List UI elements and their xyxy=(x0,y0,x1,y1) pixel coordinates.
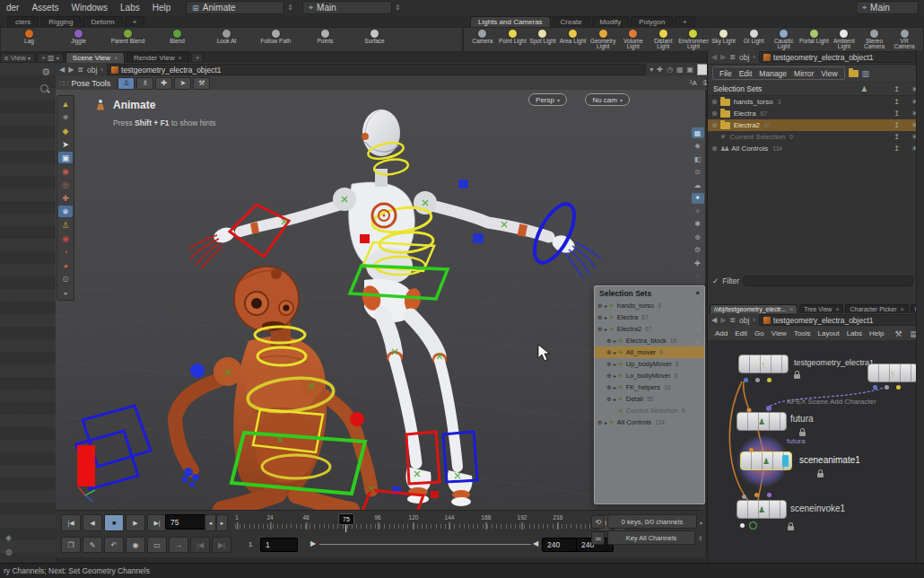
shelf-tool[interactable]: Points xyxy=(301,30,350,50)
viewport-display-icon[interactable]: ✚ xyxy=(692,258,704,268)
shelf-tab[interactable]: cters xyxy=(7,16,39,27)
shelf-tool[interactable]: VR Camera xyxy=(889,30,920,50)
menu-item[interactable]: der xyxy=(0,3,25,13)
back-icon[interactable]: ◀ xyxy=(59,66,65,74)
update-icon[interactable]: ↥ xyxy=(893,144,900,153)
playbar-icon-button[interactable]: ▭ xyxy=(147,537,167,553)
selection-set-row[interactable]: ⊕ ▸ ✳ Electra2 67 xyxy=(595,323,704,335)
add-icon[interactable]: ✚ xyxy=(657,66,663,74)
shelf-tool[interactable]: Area Light xyxy=(558,30,588,50)
update-icon[interactable]: ↥ xyxy=(893,133,900,141)
selection-set-row[interactable]: ⊕ ▸ ✳ Detail 55 xyxy=(595,393,704,405)
search-icon[interactable] xyxy=(40,84,48,92)
viewport-tool-icon[interactable]: ✳ xyxy=(58,111,73,123)
menu-item[interactable]: Windows xyxy=(65,3,114,13)
breadcrumb-root[interactable]: obj xyxy=(739,53,749,62)
viewport-tool-icon[interactable]: ✚ xyxy=(58,192,73,204)
shelf-tool[interactable]: Volume Light xyxy=(618,30,649,50)
shelf-tool[interactable]: Parent Blend xyxy=(103,30,153,50)
playhead[interactable]: 75 xyxy=(338,513,354,532)
menu-item[interactable]: Assets xyxy=(25,3,65,13)
drag-handle-icon[interactable]: ∷∷ xyxy=(59,79,67,88)
pin-icon[interactable]: ◈ xyxy=(5,533,12,542)
pane-tab-partial[interactable]: e View ▾ xyxy=(0,53,35,63)
pin-icon[interactable]: ⌖ xyxy=(693,288,702,298)
plus-circle-icon[interactable]: ⊕ xyxy=(606,384,612,391)
menu-item[interactable]: Help xyxy=(866,329,887,337)
wrench-icon[interactable]: ⚒ xyxy=(891,329,905,338)
menu-item[interactable]: Help xyxy=(146,3,178,13)
expand-triangle-icon[interactable]: ▸ xyxy=(614,361,616,367)
playbar-icon-button[interactable]: ✎ xyxy=(83,537,102,553)
keys-info[interactable]: 0 keys, 0/0 channels xyxy=(607,514,697,529)
shelf-tool[interactable]: Portal Light xyxy=(799,30,830,50)
playbar-icon-button[interactable]: ❐ xyxy=(61,537,81,553)
shelf-tool[interactable]: Look At xyxy=(202,30,251,50)
node-testgeometry-electra1[interactable]: ↑ xyxy=(738,355,789,373)
expand-triangle-icon[interactable]: ▸ xyxy=(605,326,607,332)
floating-panel-header[interactable]: Selection Sets ⌖ xyxy=(595,286,704,300)
node-flag-dot[interactable] xyxy=(755,378,760,382)
shelf-tool[interactable]: Geometry Light xyxy=(588,30,618,50)
menu-item[interactable]: View xyxy=(817,69,841,78)
viewer-switcher[interactable]: ⌖ Main xyxy=(302,1,392,14)
parameters-pane[interactable]: ⚙ ◈ ◍ xyxy=(0,63,57,564)
posebar-icon[interactable]: ¹A xyxy=(690,79,697,87)
shelf-tool[interactable]: Lag xyxy=(4,30,54,50)
scoped-channels-icon[interactable]: ⟲ xyxy=(591,515,605,529)
node-sceneinvoke1[interactable]: ♟ xyxy=(737,500,787,519)
shelf-tab[interactable]: Polygon xyxy=(631,16,673,27)
breadcrumb-root[interactable]: obj xyxy=(87,66,97,74)
shelf-tab[interactable]: Modify xyxy=(592,16,630,27)
shelf-tool[interactable]: Sky Light xyxy=(709,30,739,50)
camera-menu[interactable]: No cam▾ xyxy=(585,93,630,106)
network-tree-icon[interactable]: ≣ xyxy=(729,316,736,324)
menu-item[interactable]: Edit xyxy=(731,329,751,337)
pose-tool-button[interactable]: ✚ xyxy=(155,77,172,90)
range-start-field[interactable]: 1 xyxy=(260,538,298,552)
shelf-tab[interactable]: Rigging xyxy=(40,16,81,27)
chevron-down-icon[interactable]: ▾ xyxy=(649,66,653,74)
projection-menu[interactable]: Persp▾ xyxy=(528,93,567,106)
back-icon[interactable]: ◀ xyxy=(711,53,717,61)
person-icon[interactable]: ♟ xyxy=(861,85,867,93)
range-end-field[interactable]: 240 xyxy=(542,538,580,552)
expand-triangle-icon[interactable]: ▸ xyxy=(614,349,616,355)
range-slider-handle-left[interactable]: ▶ xyxy=(310,539,316,547)
viewport-tool-icon[interactable]: ⊙ xyxy=(58,273,73,285)
node-flag-dot[interactable] xyxy=(885,385,889,390)
menu-item[interactable]: Layout xyxy=(815,329,843,337)
shelf-tool[interactable]: Camera xyxy=(467,30,498,50)
node-path-field[interactable]: testgeometry_electra_object1 xyxy=(759,51,921,63)
collapse-icon[interactable]: ▴ xyxy=(700,519,702,525)
plus-circle-icon[interactable]: ⊕ xyxy=(597,302,603,310)
plus-circle-icon[interactable]: ⊕ xyxy=(711,121,718,129)
node-label[interactable]: sceneinvoke1 xyxy=(790,504,845,513)
close-icon[interactable]: × xyxy=(901,306,904,312)
pane-tab[interactable]: /obj/testgeometry_electr...× xyxy=(710,304,798,313)
node-input-dot[interactable] xyxy=(767,493,771,497)
key-mode-icon[interactable]: ⚌ xyxy=(591,531,605,545)
check-icon[interactable]: ✓ xyxy=(712,276,719,285)
expand-triangle-icon[interactable]: ▸ xyxy=(605,302,607,309)
update-icon[interactable]: ↥ xyxy=(893,109,900,118)
expand-triangle-icon[interactable]: ▸ xyxy=(614,384,616,390)
close-icon[interactable]: × xyxy=(835,306,839,312)
update-icon[interactable]: ↥ xyxy=(893,98,900,106)
viewport-display-icon[interactable]: ⊙ xyxy=(692,167,704,178)
spinner-icon[interactable]: ⇕ xyxy=(698,535,702,541)
playbar-icon-button[interactable]: ↶ xyxy=(104,537,124,553)
pose-tool-button[interactable]: ➤ xyxy=(174,77,191,90)
tab-render-view[interactable]: Render View× xyxy=(126,52,189,63)
viewport-tool-icon[interactable]: ◒ xyxy=(58,286,73,298)
viewport-tool-icon[interactable]: ➤ xyxy=(58,138,73,150)
viewport-tool-icon[interactable]: ♙ xyxy=(58,219,73,231)
plus-circle-icon[interactable]: ⊕ xyxy=(711,98,718,106)
shelf-tool[interactable]: Point Light xyxy=(498,30,528,50)
tab-scene-view[interactable]: Scene View× xyxy=(65,52,125,63)
close-icon[interactable]: × xyxy=(114,55,118,61)
menu-item[interactable]: Edit xyxy=(736,69,756,78)
viewport-tool-icon[interactable]: ◔ xyxy=(58,246,73,258)
menu-item[interactable]: Labs xyxy=(843,329,866,337)
selection-set-row[interactable]: ⊕ ✳ ♟♟ All Controls 134 ↥ ✳ xyxy=(708,143,924,154)
